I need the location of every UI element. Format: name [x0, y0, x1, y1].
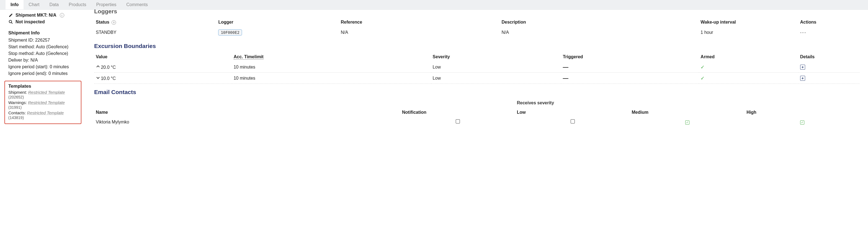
excur-value: 20.0 °C: [101, 65, 116, 70]
contact-name: Viktoria Mylymko: [94, 117, 400, 127]
contacts-th-name: Name: [94, 108, 400, 117]
excur-value: 10.0 °C: [101, 76, 116, 81]
tmpl-contacts-link[interactable]: Restricted Template: [27, 110, 64, 115]
loggers-title: Loggers: [94, 8, 860, 15]
excur-severity: Low: [431, 62, 561, 73]
loggers-row: STANDBY 10F000E2 N/A N/A 1 hour ···: [94, 27, 860, 38]
tmpl-warnings-label: Warnings:: [8, 100, 27, 105]
excur-acc: 10 minutes: [232, 62, 431, 73]
deliver-by: Deliver by: N/A: [0, 57, 86, 63]
ignore-period-end: Ignore period (end): 0 minutes: [0, 70, 86, 77]
stop-method: Stop method: Auto (Geofence): [0, 50, 86, 57]
tab-products[interactable]: Products: [64, 0, 91, 9]
shipment-info-title: Shipment Info: [0, 29, 86, 37]
main-content: Loggers Status i Logger Reference Descri…: [86, 10, 868, 135]
excur-details-expand[interactable]: +: [800, 65, 805, 70]
excur-triggered: —: [563, 75, 568, 81]
tab-data[interactable]: Data: [44, 0, 64, 9]
excur-th-triggered: Triggered: [561, 52, 699, 62]
excur-triggered: —: [563, 64, 568, 70]
templates-box: Templates Shipment: Restricted Template …: [4, 81, 82, 124]
not-inspected-label: Not inspected: [16, 20, 45, 24]
contacts-title: Email Contacts: [94, 89, 860, 96]
contacts-th-high: High: [745, 108, 860, 117]
tmpl-contacts-id: (143819): [8, 115, 24, 120]
excur-acc: 10 minutes: [232, 73, 431, 84]
svg-line-1: [11, 23, 12, 24]
contact-medium-checkbox[interactable]: ✓: [685, 120, 689, 125]
excursion-table: Value Acc. Timelimit Severity Triggered …: [94, 52, 860, 84]
contacts-table: Receives severity Name Notification Low …: [94, 98, 860, 127]
logger-reference: N/A: [339, 27, 500, 38]
excur-th-details: Details: [799, 52, 860, 62]
excur-severity: Low: [431, 73, 561, 84]
excur-row: 20.0 °C 10 minutes Low — ✓ +: [94, 62, 860, 73]
info-icon[interactable]: i: [112, 20, 116, 25]
sidebar: Shipment MKT: N/A i Not inspected Shipme…: [0, 10, 86, 135]
excur-th-value: Value: [94, 52, 232, 62]
check-icon: ✓: [701, 76, 705, 81]
contact-high-checkbox[interactable]: ✓: [800, 120, 804, 125]
loggers-th-actions: Actions: [799, 18, 860, 27]
excur-th-armed: Armed: [699, 52, 798, 62]
receives-severity-label: Receives severity: [515, 98, 860, 108]
tmpl-warnings-link[interactable]: Restricted Template: [28, 100, 65, 105]
loggers-th-reference: Reference: [339, 18, 500, 27]
check-icon: ✓: [701, 64, 705, 70]
loggers-th-wakeup: Wake-up interval: [699, 18, 798, 27]
chevron-down-icon: [96, 76, 100, 81]
info-icon[interactable]: i: [60, 13, 64, 18]
loggers-th-status: Status i: [94, 18, 217, 27]
logger-wakeup: 1 hour: [699, 27, 798, 38]
svg-point-0: [9, 20, 12, 23]
chevron-up-icon: [96, 64, 100, 70]
loggers-th-logger: Logger: [217, 18, 339, 27]
excur-details-expand[interactable]: +: [800, 76, 805, 81]
search-icon: [8, 20, 13, 24]
contact-low-checkbox[interactable]: [571, 119, 575, 124]
shipment-mkt-label: Shipment MKT: N/A: [16, 13, 57, 18]
contacts-th-notification: Notification: [400, 108, 515, 117]
contacts-th-low: Low: [515, 108, 630, 117]
templates-title: Templates: [8, 83, 78, 89]
tmpl-contacts-label: Contacts:: [8, 110, 26, 115]
contacts-row: Viktoria Mylymko ✓ ✓: [94, 117, 860, 127]
excur-th-acc: Acc. Timelimit: [232, 52, 431, 62]
tmpl-shipment-link[interactable]: Restricted Template: [28, 90, 65, 94]
contacts-th-medium: Medium: [630, 108, 745, 117]
loggers-th-description: Description: [500, 18, 699, 27]
excur-row: 10.0 °C 10 minutes Low — ✓ +: [94, 73, 860, 84]
excur-th-severity: Severity: [431, 52, 561, 62]
logger-description: N/A: [500, 27, 699, 38]
contact-notification-checkbox[interactable]: [456, 119, 460, 124]
tmpl-shipment-label: Shipment:: [8, 90, 27, 94]
logger-id-badge[interactable]: 10F000E2: [218, 29, 242, 35]
tmpl-shipment-id: (202652): [8, 95, 24, 99]
tab-chart[interactable]: Chart: [24, 0, 44, 9]
start-method: Start method: Auto (Geofence): [0, 44, 86, 50]
loggers-table: Status i Logger Reference Description Wa…: [94, 18, 860, 38]
tab-info[interactable]: Info: [5, 0, 24, 9]
excursion-title: Excursion Boundaries: [94, 43, 860, 49]
logger-actions-button[interactable]: ···: [800, 29, 807, 35]
tmpl-warnings-id: (31991): [8, 105, 22, 110]
shipment-id: Shipment ID: 226257: [0, 37, 86, 44]
ignore-period-start: Ignore period (start): 0 minutes: [0, 63, 86, 70]
pencil-icon: [8, 13, 13, 18]
logger-status: STANDBY: [94, 27, 217, 38]
